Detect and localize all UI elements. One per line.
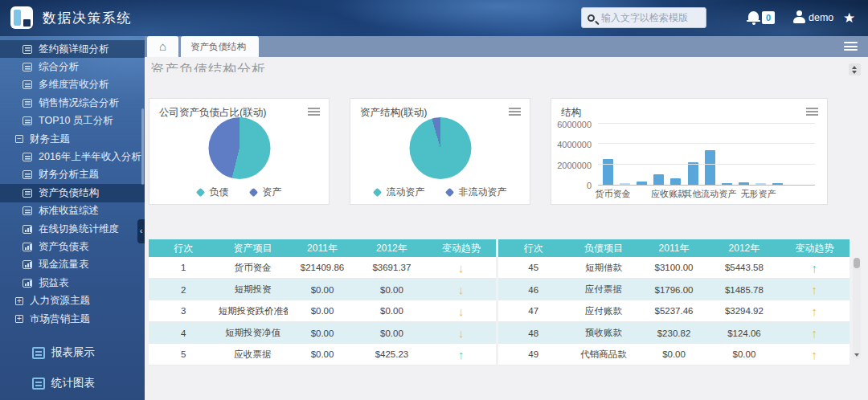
sidebar-item[interactable]: 财务分析主题	[0, 166, 145, 184]
sidebar-nav: 签约额详细分析综合分析多维度营收分析销售情况综合分析TOP10 员工分析−财务主…	[0, 40, 145, 328]
report-icon	[23, 206, 32, 215]
sidebar-item[interactable]: 多维度营收分析	[0, 76, 145, 94]
scrollbar-down-arrow[interactable]	[854, 353, 859, 357]
sidebar-collapse-handle[interactable]: ‹	[137, 219, 145, 243]
sidebar-item[interactable]: −财务主题	[0, 130, 145, 148]
sidebar-item-label: 现金流量表	[39, 258, 89, 271]
sidebar-item[interactable]: 综合分析	[0, 58, 145, 76]
bar[interactable]	[637, 182, 647, 185]
table-scrollbar[interactable]	[853, 257, 861, 359]
panel-title: 资产结构(联动)	[360, 106, 427, 120]
bar[interactable]	[620, 183, 630, 185]
legend-item[interactable]: 非流动资产	[446, 186, 507, 199]
cell-2012: $0.00	[357, 285, 426, 295]
cell-2012: $0.00	[709, 349, 779, 359]
cell-2011: $5237.46	[639, 306, 709, 316]
scrollbar-thumb[interactable]	[854, 258, 860, 268]
panel-menu-icon[interactable]	[806, 108, 818, 116]
sidebar-item[interactable]: 销售情况综合分析	[0, 94, 145, 112]
pie-chart[interactable]	[409, 117, 471, 179]
bar[interactable]	[603, 159, 613, 185]
sidebar-bottom-nav: 报表展示统计图表	[0, 337, 145, 398]
tab-home[interactable]: ⌂	[147, 36, 178, 57]
main-content: 资产负债结构分析 公司资产负债占比(联动) 负债资产 资产结构(联动) 流动资产…	[145, 57, 868, 400]
template-search[interactable]	[581, 7, 706, 28]
legend-item[interactable]: 资产	[250, 186, 282, 199]
table-row[interactable]: 2短期投资$0.00$0.00↓	[149, 279, 496, 300]
sidebar-item[interactable]: +人力资源主题	[0, 292, 145, 309]
column-header: 2011年	[639, 242, 709, 255]
tab-active[interactable]: 资产负债结构	[181, 36, 259, 57]
column-header: 2012年	[357, 242, 426, 255]
username-label[interactable]: demo	[809, 0, 833, 36]
y-axis-tick-label: 4000000	[551, 140, 592, 149]
sidebar-item[interactable]: 签约额详细分析	[0, 40, 145, 58]
sidebar-item[interactable]: 资产负债结构	[0, 184, 145, 202]
cell-2011: $0.00	[288, 306, 357, 316]
sidebar-section-item[interactable]: 报表展示	[0, 337, 145, 368]
param-pane-toggle[interactable]	[849, 63, 861, 76]
bar[interactable]	[653, 174, 664, 185]
report-icon	[23, 99, 32, 108]
table-row[interactable]: 3短期投资跌价准备$0.00$0.00↓	[149, 300, 496, 322]
sidebar-item[interactable]: 资产负债表	[0, 238, 145, 255]
bar[interactable]	[688, 162, 698, 186]
report-icon	[23, 63, 32, 71]
bar[interactable]	[755, 183, 766, 185]
x-axis-tick-label: 无形资产	[741, 188, 776, 200]
sidebar-item[interactable]: 标准收益综述	[0, 202, 145, 220]
cell-2011: $0.00	[288, 285, 357, 295]
panel-menu-icon[interactable]	[509, 108, 521, 116]
column-header: 变动趋势	[780, 242, 850, 255]
sidebar-item[interactable]: +市场营销主题	[0, 310, 145, 328]
sidebar-item[interactable]: 损益表	[0, 274, 145, 292]
logo-bar	[14, 10, 21, 26]
legend-item[interactable]: 负债	[197, 186, 229, 199]
table-row[interactable]: 1货币资金$21409.86$3691.37↓	[149, 257, 496, 279]
sidebar-item[interactable]: TOP10 员工分析	[0, 112, 145, 130]
panel-menu-icon[interactable]	[308, 108, 320, 116]
search-input[interactable]	[600, 11, 700, 24]
bar[interactable]	[772, 183, 783, 185]
notification-bell-icon[interactable]	[747, 10, 760, 22]
table-row[interactable]: 46应付票据$1796.00$1485.78↑	[498, 279, 850, 300]
sidebar-scrollbar-thumb[interactable]	[141, 108, 144, 185]
tabbar-menu-icon[interactable]	[844, 42, 858, 51]
table-row[interactable]: 4短期投资净值$0.00$0.00↓	[149, 322, 496, 344]
home-icon: ⌂	[159, 39, 166, 53]
table-row[interactable]: 45短期借款$3100.00$5443.58↑	[498, 257, 850, 279]
table-row[interactable]: 48预收账款$230.82$124.06↑	[498, 322, 850, 344]
panel-title: 结构	[561, 106, 581, 120]
sidebar-item[interactable]: 在线切换统计维度	[0, 220, 145, 238]
bar[interactable]	[722, 183, 732, 185]
user-icon[interactable]	[793, 10, 805, 23]
sidebar-item[interactable]: 2016年上半年收入分析	[0, 148, 145, 165]
cell-2011: $0.00	[639, 349, 709, 359]
pie-chart[interactable]	[208, 117, 270, 179]
sidebar-item-label: 损益表	[39, 276, 69, 290]
bar-slot	[650, 124, 667, 185]
sidebar-item[interactable]: 现金流量表	[0, 256, 145, 274]
bar[interactable]	[670, 178, 681, 185]
cell-row-no: 48	[498, 329, 568, 338]
bar[interactable]	[705, 150, 715, 185]
cell-item: 应付账款	[568, 305, 638, 317]
bar[interactable]	[739, 182, 749, 185]
chart-icon	[23, 260, 32, 269]
bar-slot	[616, 124, 633, 185]
sidebar-section-item[interactable]: 统计图表	[0, 368, 145, 398]
favorite-star-icon[interactable]: ★	[843, 0, 855, 36]
page-title: 资产负债结构分析	[150, 62, 266, 72]
cell-item: 短期投资净值	[218, 327, 287, 339]
legend-item[interactable]: 流动资产	[374, 186, 425, 199]
logo-notch	[23, 19, 31, 27]
table-row[interactable]: 49代销商品款$0.00$0.00↑	[498, 344, 850, 365]
table-row[interactable]: 47应付账款$5237.46$3294.92↑	[498, 300, 850, 322]
app-logo-icon[interactable]	[10, 6, 33, 29]
cell-trend: ↓	[427, 262, 496, 274]
sidebar-item-label: 2016年上半年收入分析	[39, 150, 141, 164]
minus-icon: −	[15, 135, 23, 143]
cell-row-no: 1	[149, 263, 218, 272]
cell-trend: ↑	[780, 262, 850, 274]
table-row[interactable]: 5应收票据$0.00$425.23↑	[149, 344, 496, 365]
